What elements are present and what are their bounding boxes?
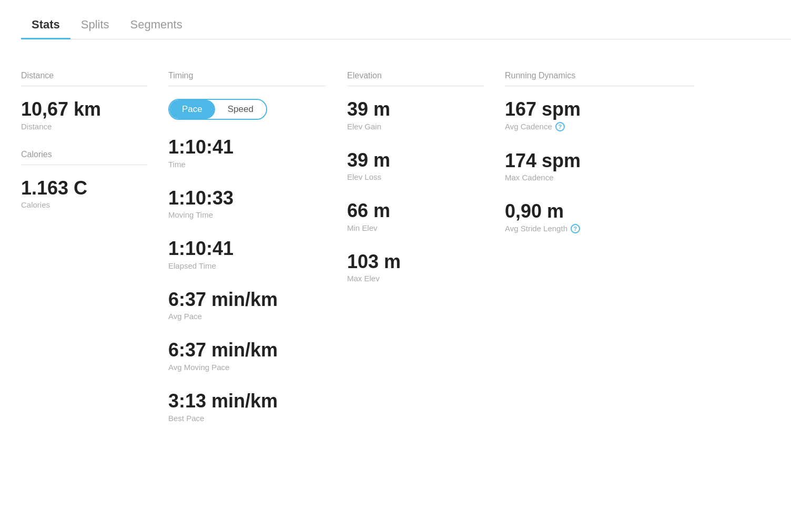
avg-stride-length-label: Avg Stride Length bbox=[505, 224, 567, 233]
min-elev-stat: 66 m Min Elev bbox=[347, 200, 484, 232]
max-elev-stat: 103 m Max Elev bbox=[347, 251, 484, 283]
max-elev-value: 103 m bbox=[347, 251, 484, 272]
avg-moving-pace-label: Avg Moving Pace bbox=[168, 363, 326, 372]
elev-loss-stat: 39 m Elev Loss bbox=[347, 150, 484, 182]
min-elev-label: Min Elev bbox=[347, 223, 484, 232]
min-elev-value: 66 m bbox=[347, 200, 484, 221]
moving-time-value: 1:10:33 bbox=[168, 188, 326, 209]
avg-pace-value: 6:37 min/km bbox=[168, 289, 326, 310]
distance-label: Distance bbox=[21, 122, 147, 131]
elapsed-time-value: 1:10:41 bbox=[168, 238, 326, 259]
avg-cadence-stat: 167 spm Avg Cadence ? bbox=[505, 99, 694, 131]
max-cadence-label: Max Cadence bbox=[505, 173, 694, 182]
avg-stride-length-label-row: Avg Stride Length ? bbox=[505, 224, 694, 233]
timing-section-title: Timing bbox=[168, 71, 326, 86]
elapsed-time-label: Elapsed Time bbox=[168, 261, 326, 270]
running-dynamics-section-title: Running Dynamics bbox=[505, 71, 694, 86]
main-content: Distance 10,67 km Distance Calories 1.16… bbox=[21, 60, 791, 452]
avg-cadence-value: 167 spm bbox=[505, 99, 694, 120]
tab-stats[interactable]: Stats bbox=[21, 11, 70, 39]
distance-stat: 10,67 km Distance bbox=[21, 99, 147, 131]
section-timing: Timing Pace Speed 1:10:41 Time 1:10:33 M… bbox=[168, 71, 347, 442]
moving-time-stat: 1:10:33 Moving Time bbox=[168, 188, 326, 220]
elev-gain-value: 39 m bbox=[347, 99, 484, 120]
time-label: Time bbox=[168, 160, 326, 169]
elev-loss-label: Elev Loss bbox=[347, 172, 484, 181]
toggle-pace[interactable]: Pace bbox=[169, 100, 215, 119]
avg-pace-stat: 6:37 min/km Avg Pace bbox=[168, 289, 326, 321]
calories-section-title: Calories bbox=[21, 150, 147, 165]
section-elevation: Elevation 39 m Elev Gain 39 m Elev Loss … bbox=[347, 71, 505, 442]
avg-moving-pace-value: 6:37 min/km bbox=[168, 340, 326, 361]
best-pace-value: 3:13 min/km bbox=[168, 391, 326, 412]
best-pace-stat: 3:13 min/km Best Pace bbox=[168, 391, 326, 423]
avg-stride-length-stat: 0,90 m Avg Stride Length ? bbox=[505, 201, 694, 233]
calories-value: 1.163 C bbox=[21, 178, 147, 199]
tabs-nav: Stats Splits Segments bbox=[21, 0, 791, 39]
pace-speed-toggle[interactable]: Pace Speed bbox=[168, 99, 267, 120]
toggle-speed[interactable]: Speed bbox=[215, 100, 266, 119]
distance-value: 10,67 km bbox=[21, 99, 147, 120]
avg-cadence-label: Avg Cadence bbox=[505, 122, 552, 131]
moving-time-label: Moving Time bbox=[168, 210, 326, 219]
section-running-dynamics: Running Dynamics 167 spm Avg Cadence ? 1… bbox=[505, 71, 715, 442]
avg-cadence-help-icon[interactable]: ? bbox=[555, 122, 565, 131]
avg-stride-length-value: 0,90 m bbox=[505, 201, 694, 222]
tab-segments[interactable]: Segments bbox=[120, 11, 193, 39]
section-distance: Distance 10,67 km Distance Calories 1.16… bbox=[21, 71, 168, 442]
time-stat: 1:10:41 Time bbox=[168, 137, 326, 169]
avg-stride-length-help-icon[interactable]: ? bbox=[571, 224, 580, 233]
calories-label: Calories bbox=[21, 200, 147, 209]
tab-splits[interactable]: Splits bbox=[70, 11, 120, 39]
elev-gain-label: Elev Gain bbox=[347, 122, 484, 131]
elevation-section-title: Elevation bbox=[347, 71, 484, 86]
max-cadence-stat: 174 spm Max Cadence bbox=[505, 150, 694, 182]
distance-section-title: Distance bbox=[21, 71, 147, 86]
avg-pace-label: Avg Pace bbox=[168, 312, 326, 321]
best-pace-label: Best Pace bbox=[168, 414, 326, 423]
avg-cadence-label-row: Avg Cadence ? bbox=[505, 122, 694, 131]
elapsed-time-stat: 1:10:41 Elapsed Time bbox=[168, 238, 326, 270]
time-value: 1:10:41 bbox=[168, 137, 326, 158]
calories-stat: 1.163 C Calories bbox=[21, 178, 147, 210]
avg-moving-pace-stat: 6:37 min/km Avg Moving Pace bbox=[168, 340, 326, 372]
elev-loss-value: 39 m bbox=[347, 150, 484, 171]
max-elev-label: Max Elev bbox=[347, 274, 484, 283]
max-cadence-value: 174 spm bbox=[505, 150, 694, 171]
elev-gain-stat: 39 m Elev Gain bbox=[347, 99, 484, 131]
